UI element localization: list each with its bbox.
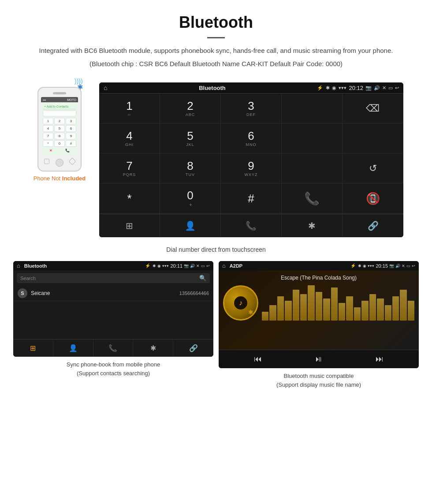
music-section: ⌂ A2DP ⚡ ✱ ◉ ▾▾▾ 20:15 📷 🔊 ✕ ▭ ↩ Escape …	[219, 261, 419, 389]
dialpad-grid: 1 ∞ 2 ABC 3 DEF ⌫ 4 GHI	[99, 93, 403, 214]
empty-cell-1	[282, 123, 343, 153]
play-pause-button[interactable]: ⏯	[315, 355, 323, 364]
pb-win-icon: ▭	[201, 264, 205, 268]
ms-vol-icon: 🔊	[395, 264, 400, 268]
ms-time: 20:15	[376, 263, 388, 269]
dial-statusbar: ⌂ Bluetooth ⚡ ✱ ◉ ▾▾▾ 20:12 📷 🔊 ✕ ▭ ↩	[99, 82, 403, 93]
music-screen: ⌂ A2DP ⚡ ✱ ◉ ▾▾▾ 20:15 📷 🔊 ✕ ▭ ↩ Escape …	[219, 261, 419, 368]
pb-dialpad-icon[interactable]: ⊞	[13, 340, 53, 357]
key-7[interactable]: 7 PQRS	[99, 153, 160, 183]
bt-status-icon: ✱	[326, 85, 330, 91]
music-caption: Bluetooth music compatible (Support disp…	[219, 372, 419, 389]
contact-letter: S	[18, 288, 27, 298]
eq-bar	[285, 301, 291, 321]
key-0[interactable]: 0 +	[160, 183, 221, 214]
dial-status-title: Bluetooth	[110, 85, 314, 91]
phone-screen: + Add to Contacts 123 456 789 *0# ✕ 📞	[41, 102, 78, 155]
phone-home-button	[56, 159, 63, 167]
eq-bar	[400, 290, 406, 321]
pb-spacer	[13, 301, 213, 336]
page-header: Bluetooth Integrated with BC6 Bluetooth …	[0, 0, 432, 74]
eq-bar	[377, 299, 384, 321]
title-divider	[207, 37, 225, 38]
link-icon[interactable]: 🔗	[343, 214, 403, 237]
end-call-button[interactable]: 📵	[343, 183, 403, 214]
eq-bar	[385, 305, 391, 321]
eq-bar	[361, 301, 368, 321]
header-description: Integrated with BC6 Bluetooth module, su…	[18, 45, 414, 56]
status-right: ✱ ◉ ▾▾▾ 20:12 📷 🔊 ✕ ▭ ↩	[326, 85, 399, 91]
dial-caption: Dial number direct from touchscreen	[0, 242, 432, 261]
pb-phone-icon[interactable]: 📞	[93, 340, 134, 357]
key-8[interactable]: 8 TUV	[160, 153, 221, 183]
dial-section: )))) ✱ •••MOTO + Add to Contacts 123 456…	[0, 74, 432, 242]
key-9[interactable]: 9 WXYZ	[221, 153, 282, 183]
phone-speaker	[53, 92, 66, 94]
eq-bar	[308, 285, 314, 321]
pb-bt-icon: ✱	[153, 264, 156, 268]
pb-usb-icon: ⚡	[145, 263, 150, 268]
pb-search-icon: 🔍	[199, 275, 206, 281]
camera-icon: 📷	[365, 85, 372, 91]
bottom-screenshots: ⌂ Bluetooth ⚡ ✱ ◉ ▾▾▾ 20:11 📷 🔊 ✕ ▭ ↩ Se…	[0, 261, 432, 398]
usb-icon: ⚡	[317, 85, 323, 91]
display-area	[282, 93, 343, 123]
eq-bar	[339, 303, 345, 321]
dialpad-icon[interactable]: ⊞	[99, 214, 160, 237]
key-star[interactable]: *	[99, 183, 160, 214]
pb-home-icon: ⌂	[17, 262, 20, 269]
phonebook-caption: Sync phone-book from mobile phone (Suppo…	[13, 360, 213, 377]
contacts-icon[interactable]: 👤	[160, 214, 221, 237]
phone-mock: •••MOTO + Add to Contacts 123 456 789 *0…	[37, 87, 82, 172]
eq-bar	[354, 307, 361, 321]
album-art-inner: ♪	[234, 296, 247, 310]
next-button[interactable]: ⏭	[376, 355, 384, 364]
pb-bt-bottom-icon[interactable]: ✱	[133, 340, 173, 357]
eq-bar	[392, 296, 399, 321]
ms-cam-icon: 📷	[389, 264, 394, 268]
key-6[interactable]: 6 MNO	[221, 123, 282, 153]
pb-vol-icon: 🔊	[190, 264, 195, 268]
phone-bottom-bar	[41, 157, 78, 168]
phone-keypad: 123 456 789 *0#	[43, 118, 76, 147]
pb-link-icon[interactable]: 🔗	[173, 340, 213, 357]
key-2[interactable]: 2 ABC	[160, 93, 221, 123]
ms-bt-icon: ✱	[358, 264, 361, 268]
volume-icon: 🔊	[374, 85, 380, 91]
phone-icon[interactable]: 📞	[221, 214, 282, 237]
signal-strength-icon: ▾▾▾	[339, 85, 346, 91]
eq-bar	[331, 287, 338, 321]
pb-time: 20:11	[170, 263, 182, 269]
backspace-button[interactable]: ⌫	[343, 93, 403, 123]
key-hash[interactable]: #	[221, 183, 282, 214]
pb-statusbar: ⌂ Bluetooth ⚡ ✱ ◉ ▾▾▾ 20:11 📷 🔊 ✕ ▭ ↩	[13, 261, 213, 270]
redial-button[interactable]: ↺	[343, 153, 403, 183]
phone-not-included-label: Phone Not Included	[34, 175, 86, 182]
contact-name: Seicane	[31, 290, 176, 296]
ms-usb-icon: ⚡	[350, 263, 356, 268]
ms-win-icon: ▭	[406, 264, 410, 268]
pb-search-bar[interactable]: Search 🔍	[17, 273, 210, 283]
key-4[interactable]: 4 GHI	[99, 123, 160, 153]
call-button[interactable]: 📞	[282, 183, 343, 214]
key-3[interactable]: 3 DEF	[221, 93, 282, 123]
back-icon: ↩	[395, 85, 399, 91]
phonebook-screen: ⌂ Bluetooth ⚡ ✱ ◉ ▾▾▾ 20:11 📷 🔊 ✕ ▭ ↩ Se…	[13, 261, 213, 357]
bluetooth-icon[interactable]: ✱	[282, 214, 343, 237]
eq-bar	[277, 296, 284, 321]
music-content: Escape (The Pina Colada Song) ♪ ✱	[219, 270, 419, 350]
pb-close-icon: ✕	[196, 264, 200, 268]
ms-status-right: ✱ ◉ ▾▾▾ 20:15 📷 🔊 ✕ ▭ ↩	[358, 263, 415, 269]
pb-signal-icon: ▾▾▾	[162, 264, 169, 268]
equalizer-display	[262, 285, 414, 321]
prev-button[interactable]: ⏮	[254, 355, 262, 364]
pb-contacts-icon[interactable]: 👤	[53, 340, 93, 357]
pb-back-icon: ↩	[206, 264, 210, 268]
contact-row[interactable]: S Seicane 13566664466	[13, 286, 213, 301]
key-1[interactable]: 1 ∞	[99, 93, 160, 123]
key-5[interactable]: 5 JKL	[160, 123, 221, 153]
ms-statusbar: ⌂ A2DP ⚡ ✱ ◉ ▾▾▾ 20:15 📷 🔊 ✕ ▭ ↩	[219, 261, 419, 270]
ms-status-title: A2DP	[230, 263, 349, 269]
empty-cell-2	[343, 123, 403, 153]
pb-cam-icon: 📷	[184, 264, 189, 268]
